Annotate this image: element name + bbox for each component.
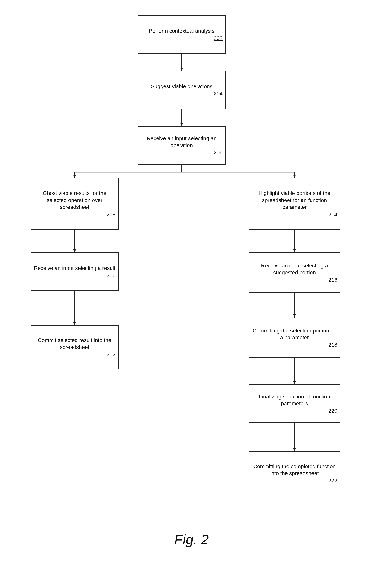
fig-caption: Fig. 2 <box>0 532 383 547</box>
box-210: Receive an input selecting a result 210 <box>31 252 119 291</box>
box-204-ref: 204 <box>214 91 222 97</box>
svg-marker-1 <box>180 68 183 71</box>
box-214: Highlight viable portions of the spreads… <box>249 178 340 230</box>
box-210-ref: 210 <box>106 273 116 278</box>
box-208-ref: 208 <box>106 211 116 218</box>
svg-marker-15 <box>73 322 76 325</box>
box-218-label: Committing the selection portion as a pa… <box>252 327 337 341</box>
box-216-label: Receive an input selecting a suggested p… <box>252 262 337 276</box>
box-206: Receive an input selecting an operation … <box>138 126 226 165</box>
svg-marker-17 <box>293 250 296 252</box>
svg-marker-7 <box>73 175 76 178</box>
box-220-label: Finalizing selection of function paramet… <box>252 393 337 407</box>
box-216: Receive an input selecting a suggested p… <box>249 252 340 293</box>
box-204-label: Suggest viable operations <box>151 83 212 90</box>
box-210-label: Receive an input selecting a result <box>34 265 115 272</box>
diagram-container: Perform contextual analysis 202 Suggest … <box>0 0 383 588</box>
svg-marker-3 <box>180 123 183 126</box>
box-202-ref: 202 <box>214 35 222 41</box>
box-214-label: Highlight viable portions of the spreads… <box>252 190 337 210</box>
box-206-ref: 206 <box>214 149 222 156</box>
svg-marker-13 <box>73 250 76 252</box>
svg-marker-21 <box>293 381 296 384</box>
box-202-label: Perform contextual analysis <box>149 27 215 34</box>
svg-marker-23 <box>293 448 296 451</box>
box-218: Committing the selection portion as a pa… <box>249 317 340 358</box>
box-212-ref: 212 <box>106 351 116 357</box>
svg-marker-11 <box>293 175 296 178</box>
box-214-ref: 214 <box>328 211 337 218</box>
box-204: Suggest viable operations 204 <box>138 71 226 109</box>
box-220-ref: 220 <box>328 408 337 414</box>
svg-marker-19 <box>293 315 296 317</box>
box-202: Perform contextual analysis 202 <box>138 15 226 54</box>
box-212: Commit selected result into the spreadsh… <box>31 325 119 369</box>
box-208-label: Ghost viable results for the selected op… <box>34 190 116 210</box>
box-222: Committing the completed function into t… <box>249 451 340 495</box>
box-222-label: Committing the completed function into t… <box>252 463 337 477</box>
box-222-ref: 222 <box>328 478 337 484</box>
box-220: Finalizing selection of function paramet… <box>249 384 340 423</box>
box-218-ref: 218 <box>328 342 337 348</box>
box-208: Ghost viable results for the selected op… <box>31 178 119 230</box>
box-206-label: Receive an input selecting an operation <box>141 135 222 149</box>
box-216-ref: 216 <box>328 277 337 283</box>
box-212-label: Commit selected result into the spreadsh… <box>34 337 116 351</box>
